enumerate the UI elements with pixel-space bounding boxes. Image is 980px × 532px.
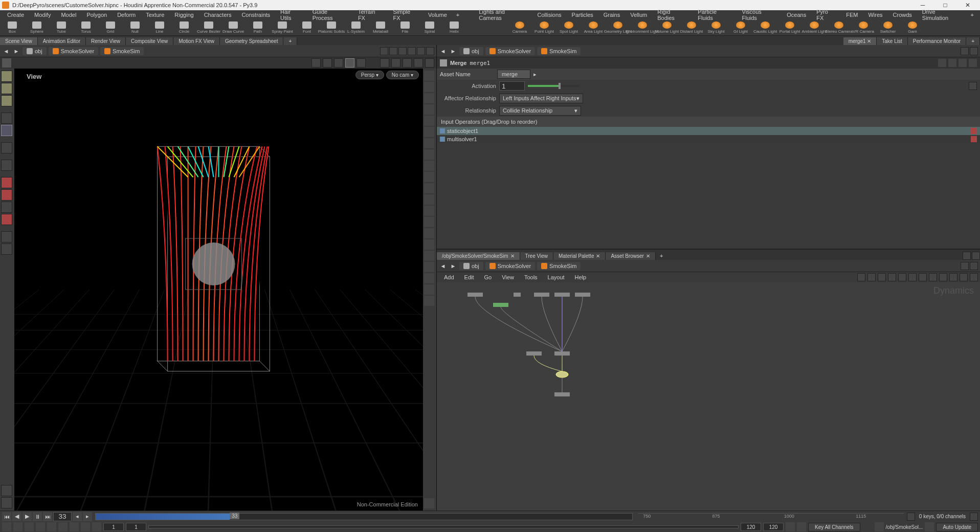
- shelf-tool[interactable]: Line: [147, 20, 172, 35]
- shelf-tool[interactable]: Tube: [49, 20, 74, 35]
- help-icon[interactable]: [414, 58, 423, 68]
- snap-icon[interactable]: [357, 58, 366, 68]
- range-slider[interactable]: [148, 525, 739, 528]
- network-menu-item[interactable]: View: [497, 273, 519, 281]
- options-icon[interactable]: [425, 58, 434, 68]
- lock-tool-icon[interactable]: [1, 125, 12, 136]
- disp-tool-13-icon[interactable]: [424, 206, 434, 216]
- network-tab[interactable]: /obj/SmokeSolver/SmokeSim✕: [437, 252, 520, 260]
- shelf-tab[interactable]: Wires: [863, 11, 887, 19]
- shelf-tool[interactable]: File: [393, 20, 417, 35]
- keys-menu-icon[interactable]: [970, 513, 978, 521]
- pane-tab[interactable]: Motion FX View: [173, 37, 220, 45]
- range-btn-2-icon[interactable]: [13, 522, 23, 531]
- params-link-icon[interactable]: [970, 47, 978, 55]
- shelf-tool[interactable]: Distant Light: [679, 20, 704, 35]
- nav-fwd-icon[interactable]: ►: [12, 47, 20, 55]
- gear-icon[interactable]: [403, 58, 412, 68]
- next-frame-button[interactable]: ⏭: [43, 512, 52, 521]
- shelf-tab[interactable]: Oceans: [782, 11, 811, 19]
- disp-tool-9-icon[interactable]: [424, 161, 434, 171]
- pane-tab[interactable]: Scene View: [0, 37, 38, 45]
- pane-tab[interactable]: merge1 ✕: [843, 37, 877, 45]
- disp-tool-6-icon[interactable]: [424, 127, 434, 137]
- path-split-icon[interactable]: [426, 47, 434, 55]
- shelf-tool[interactable]: Metaball: [368, 20, 393, 35]
- range-btn-6-icon[interactable]: [58, 522, 68, 531]
- shelf-tool[interactable]: Sky Light: [704, 20, 728, 35]
- net-path-obj[interactable]: obj: [459, 262, 483, 270]
- op-delete-icon[interactable]: [971, 136, 977, 142]
- range-end2-input[interactable]: [763, 523, 784, 531]
- shelf-tool[interactable]: Spiral: [417, 20, 442, 35]
- disp-tool-2-icon[interactable]: [424, 82, 434, 92]
- asset-arrow-icon[interactable]: ▸: [533, 71, 537, 78]
- disp-tool-12-icon[interactable]: [424, 194, 434, 205]
- network-menu-item[interactable]: Help: [570, 273, 592, 281]
- record-tool-icon[interactable]: [1, 177, 12, 188]
- network-menu-item[interactable]: Layout: [543, 273, 570, 281]
- step-fwd-button[interactable]: ▸: [83, 512, 92, 521]
- input-op-1[interactable]: staticobject1: [437, 127, 980, 135]
- params-path-solver[interactable]: SmokeSolver: [485, 47, 535, 55]
- network-tab[interactable]: Tree View: [520, 252, 553, 260]
- key-all-button[interactable]: Key All Channels: [808, 523, 860, 531]
- network-menu-item[interactable]: Tools: [519, 273, 543, 281]
- shelf-tool[interactable]: Area Light: [581, 20, 606, 35]
- record2-tool-icon[interactable]: [1, 189, 12, 201]
- shelf-tool[interactable]: Gam: [900, 20, 925, 35]
- msg-icon[interactable]: [875, 522, 884, 531]
- network-view[interactable]: Dynamics: [437, 282, 980, 511]
- network-toolbar-icon[interactable]: [929, 273, 937, 281]
- pane-tab[interactable]: Render View: [86, 37, 126, 45]
- network-tab[interactable]: Material Palette✕: [553, 252, 606, 260]
- pane-tab-add[interactable]: +: [966, 37, 980, 45]
- tab-close-icon[interactable]: ✕: [510, 253, 515, 259]
- activation-slider[interactable]: [528, 85, 579, 87]
- shelf-tab-add[interactable]: +: [967, 11, 978, 19]
- network-toolbar-icon[interactable]: [857, 273, 865, 281]
- display-icon[interactable]: [380, 58, 389, 68]
- affector-dropdown[interactable]: Left Inputs Affect Right Inputs▾: [499, 94, 583, 103]
- shelf-tool[interactable]: Switcher: [876, 20, 900, 35]
- node-name-label[interactable]: merge1: [470, 60, 490, 66]
- mic-tool-icon[interactable]: [1, 214, 12, 225]
- disp-tool-1-icon[interactable]: [424, 71, 434, 81]
- view-menu-icon[interactable]: [2, 58, 11, 68]
- pane-tab[interactable]: Animation Editor: [38, 37, 86, 45]
- disp-tool-8-icon[interactable]: [424, 149, 434, 160]
- disp-tool-3-icon[interactable]: [424, 93, 434, 103]
- disp-tool-18-icon[interactable]: [424, 262, 434, 272]
- network-toolbar-icon[interactable]: [867, 273, 876, 281]
- disp-tool-11-icon[interactable]: [424, 183, 434, 193]
- path-obj[interactable]: obj: [23, 47, 47, 55]
- shelf-tool[interactable]: Box: [0, 20, 25, 35]
- path-globe-icon[interactable]: [398, 47, 407, 55]
- shelf-tool[interactable]: Camera: [507, 20, 532, 35]
- network-menu-item[interactable]: Add: [439, 273, 459, 281]
- shelf-tab[interactable]: Characters: [199, 11, 237, 19]
- shelf-tool[interactable]: Grid: [98, 20, 123, 35]
- activation-input[interactable]: [499, 81, 525, 91]
- input-op-2[interactable]: multisolver1: [437, 135, 980, 143]
- pane-tab[interactable]: Composite View: [126, 37, 173, 45]
- current-frame-input[interactable]: [53, 512, 72, 521]
- snap-grid-icon[interactable]: [1, 142, 12, 153]
- disp-tool-5-icon[interactable]: [424, 116, 434, 126]
- network-toolbar-icon[interactable]: [908, 273, 917, 281]
- network-tab-opt-icon[interactable]: [972, 252, 980, 260]
- network-toolbar-icon[interactable]: [949, 273, 957, 281]
- disp-tool-20-icon[interactable]: [424, 284, 434, 295]
- range-start-input[interactable]: [103, 523, 124, 531]
- shelf-tool[interactable]: L-System: [344, 20, 368, 35]
- shelf-tab[interactable]: Model: [56, 11, 81, 19]
- path-smokesim[interactable]: SmokeSim: [100, 47, 144, 55]
- pane-tab[interactable]: Take List: [877, 37, 907, 45]
- shelf-tool[interactable]: Spot Light: [556, 20, 581, 35]
- op-delete-icon[interactable]: [971, 128, 977, 134]
- lasso-tool-icon[interactable]: [1, 83, 12, 94]
- shelf-tool[interactable]: Portal Light: [777, 20, 802, 35]
- camera-icon[interactable]: [391, 58, 400, 68]
- pause-button[interactable]: ⏸: [33, 512, 42, 521]
- viewport-3d[interactable]: View Persp ▾ No cam ▾: [14, 69, 423, 511]
